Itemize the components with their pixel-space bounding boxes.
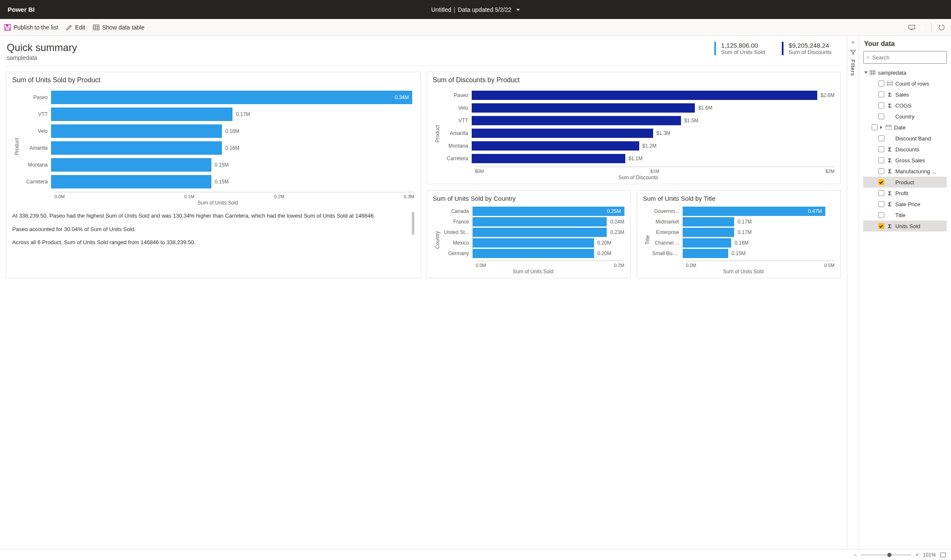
chart-units-by-product[interactable]: Sum of Units Sold by Product Product Pas… [6,72,421,278]
publish-button[interactable]: Publish to the list [4,24,58,31]
zoom-out-button[interactable]: − [854,552,856,558]
bar-value: $1.1M [629,156,643,162]
chart-discounts-by-product[interactable]: Sum of Discounts by Product Product Pase… [427,72,841,184]
checkbox-icon[interactable] [878,146,884,152]
field-row[interactable]: Σ Sales [863,89,947,100]
bar[interactable] [51,108,232,121]
refresh-button[interactable] [938,24,945,31]
show-data-table-button[interactable]: Show data table [93,24,144,31]
caret-right-icon[interactable] [880,126,882,129]
field-row[interactable]: Σ Sale Price [863,199,947,210]
status-bar: − + 101% [0,549,951,560]
checkbox-icon[interactable] [878,92,884,97]
kpi-units-sold[interactable]: 1,125,806.00 Sum of Units Sold [714,42,765,55]
field-row[interactable]: Σ Gross Sales [863,155,947,166]
bar-value: 0.34M [395,94,409,100]
chevron-down-icon[interactable] [514,6,520,13]
field-row[interactable]: Discount Band [863,133,947,144]
collapse-icon[interactable]: « [851,39,854,45]
bar-category: Mexico [442,240,473,246]
checkbox-icon[interactable] [878,190,884,196]
checkbox-icon[interactable] [878,223,884,229]
field-row[interactable]: Product [863,177,947,188]
field-row[interactable]: Date [863,122,947,133]
edit-button[interactable]: Edit [66,24,85,31]
field-row[interactable]: Σ Discounts [863,144,947,155]
bar[interactable] [683,217,734,226]
checkbox-icon[interactable] [878,168,884,174]
device-view-button[interactable] [908,24,924,31]
zoom-slider[interactable] [861,555,911,555]
checkbox-icon[interactable] [878,157,884,163]
field-row[interactable]: Title [863,210,947,221]
bar-row: Channel ... 0.16M [652,238,835,248]
search-input[interactable] [863,51,947,64]
checkbox-icon[interactable] [872,124,878,130]
x-tick: 0.3M [324,194,414,199]
bar[interactable] [51,124,222,138]
bar[interactable] [51,175,211,188]
x-tick: 0.1M [144,194,234,199]
field-row[interactable]: Country [863,111,947,122]
field-row[interactable]: Σ Profit [863,188,947,199]
checkbox-icon[interactable] [878,212,884,218]
bar[interactable]: 0.47M [683,207,826,216]
filters-pane-collapsed[interactable]: « Filters [847,36,859,560]
field-tree: sampledata Count of rows Σ Sales Σ COGS … [863,67,947,232]
bar[interactable] [472,116,681,125]
checkbox-icon[interactable] [878,135,884,141]
table-node[interactable]: sampledata [863,67,947,78]
checkbox-icon[interactable] [878,81,884,86]
bar-category: Governm... [652,208,683,214]
bar[interactable] [683,238,731,248]
refresh-icon [938,24,945,31]
bar[interactable] [51,158,211,172]
field-row[interactable]: Count of rows [863,78,947,89]
field-row[interactable]: Σ Manufacturing ... [863,166,947,177]
bar[interactable] [472,141,639,151]
field-label: COGS [895,102,945,109]
bar-row: Midmarket 0.17M [652,217,835,226]
pencil-icon [66,24,73,31]
field-row[interactable]: Σ Units Sold [863,221,947,232]
bar-value: 0.20M [597,250,611,256]
field-row[interactable]: Σ COGS [863,100,947,111]
divider [931,23,932,32]
bar[interactable] [683,249,728,258]
bar[interactable] [683,228,734,237]
checkbox-icon[interactable] [878,102,884,108]
field-label: Product [895,179,945,186]
x-axis: 0.0M0.1M0.2M0.3M [54,192,414,199]
chart-units-by-country[interactable]: Sum of Units Sold by Country Country Can… [427,190,631,278]
bar[interactable] [472,154,625,163]
field-label: Manufacturing ... [895,168,945,175]
checkbox-icon[interactable] [878,179,884,185]
bar[interactable]: 0.25M [473,207,624,216]
bar-value: 0.15M [215,179,229,185]
bar[interactable] [473,217,607,226]
zoom-in-button[interactable]: + [916,552,919,558]
fit-page-icon[interactable] [940,552,946,557]
calendar-icon [886,125,892,130]
bar-category: Channel ... [652,240,683,246]
bar[interactable]: 0.34M [51,91,412,104]
caret-down-icon[interactable] [865,72,868,74]
bar[interactable] [473,228,607,237]
bar[interactable] [472,91,817,100]
checkbox-icon[interactable] [878,113,884,119]
checkbox-icon[interactable] [878,201,884,207]
insight-text: At 338,239.50, Paseo had the highest Sum… [12,212,408,220]
scrollbar[interactable] [412,212,414,235]
doc-status[interactable]: Untitled | Data updated 5/2/22 [431,6,520,13]
bar[interactable] [473,249,594,258]
search-field[interactable] [872,54,943,61]
chart-units-by-title[interactable]: Sum of Units Sold by Title Title Governm… [637,190,841,278]
bar[interactable] [472,129,653,138]
bar[interactable] [473,238,594,248]
kpi-discounts[interactable]: $9,205,248.24 Sum of Discounts [782,42,832,55]
x-tick: $1M [595,169,715,174]
bar[interactable] [472,103,695,113]
insight-text: Across all 6 Product, Sum of Units Sold … [12,238,408,247]
bar[interactable] [51,141,222,155]
bar-value: $1.5M [684,118,698,124]
